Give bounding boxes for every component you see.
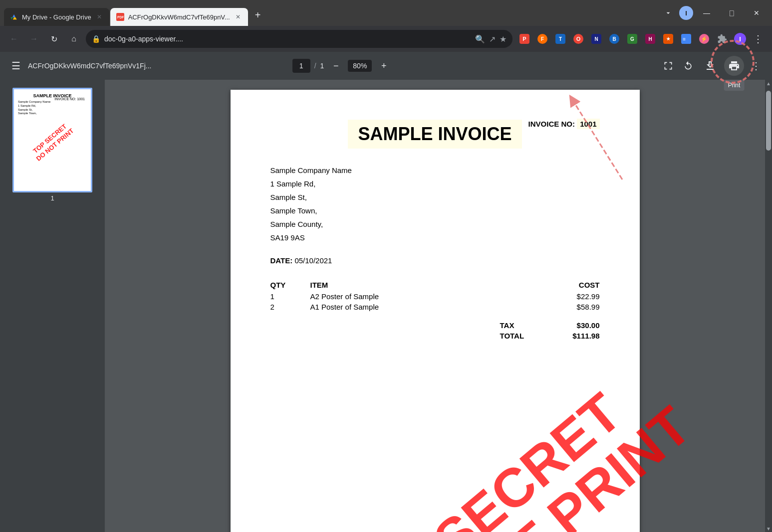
- tab-pdf[interactable]: PDF ACFrOgDKkvW6mdC7vfTe69pnV... ✕: [110, 8, 248, 26]
- home-button[interactable]: ⌂: [66, 31, 82, 47]
- pdf-print-button[interactable]: [724, 56, 744, 76]
- thumb-watermark: TOP SECRET DO NOT PRINT: [29, 121, 75, 163]
- invoice-row-1: 1 A2 Poster of Sample $22.99: [270, 291, 600, 302]
- address-line2: Sample St,: [270, 190, 600, 204]
- ext-icon-1[interactable]: P: [516, 31, 532, 47]
- ext-icon-4[interactable]: O: [570, 31, 586, 47]
- thumb-address: Sample Company Name 1 Sample Rd, Sample …: [18, 100, 87, 116]
- tab-my-drive[interactable]: My Drive - Google Drive ✕: [4, 8, 109, 26]
- tab-pdf-title: ACFrOgDKkvW6mdC7vfTe69pnV...: [128, 13, 230, 21]
- col-item-header: ITEM: [310, 281, 540, 289]
- profile-avatar[interactable]: I: [732, 31, 748, 47]
- scroll-thumb[interactable]: [766, 91, 771, 151]
- thumbnail-panel: SAMPLE INVOICE INVOICE NO: 1001 Sample C…: [0, 80, 105, 532]
- ext-icon-2[interactable]: F: [534, 31, 550, 47]
- invoice-no-label: INVOICE NO:: [528, 120, 575, 128]
- svg-text:≡: ≡: [683, 36, 686, 42]
- pdf-more-button[interactable]: ⋮: [748, 58, 764, 74]
- maximize-button[interactable]: ⎕: [720, 5, 743, 21]
- totals-block: TAX $30.00 TOTAL $111.98: [500, 320, 600, 341]
- lock-icon: 🔒: [92, 35, 100, 43]
- total-value: $111.98: [572, 332, 599, 340]
- share-icon: ↗: [489, 34, 496, 44]
- col-qty-header: QTY: [270, 281, 310, 289]
- pdf-fit-button[interactable]: [660, 58, 676, 74]
- company-name: Sample Company Name: [270, 164, 600, 177]
- date-label: DATE:: [270, 256, 293, 265]
- row2-item: A1 Poster of Sample: [310, 303, 540, 311]
- pdf-page-input[interactable]: [292, 59, 310, 73]
- extension-icons: P F T O N: [516, 31, 766, 47]
- thumbnail-page-1[interactable]: SAMPLE INVOICE INVOICE NO: 1001 Sample C…: [12, 88, 92, 202]
- title-bar-controls: I — ⎕ ✕: [661, 5, 768, 21]
- new-tab-button[interactable]: +: [251, 8, 265, 22]
- tab-bar: My Drive - Google Drive ✕ PDF ACFrOgDKkv…: [4, 0, 661, 26]
- pdf-toolbar: ☰ ACFrOgDKkvW6mdC7vfTe69pnVv1Fj... / 1 −…: [0, 52, 772, 80]
- tab-my-drive-title: My Drive - Google Drive: [22, 13, 91, 21]
- browser-frame: My Drive - Google Drive ✕ PDF ACFrOgDKkv…: [0, 0, 772, 532]
- pdf-favicon-icon: PDF: [116, 13, 124, 21]
- row2-qty: 2: [270, 303, 310, 311]
- thumbnail-content: SAMPLE INVOICE INVOICE NO: 1001 Sample C…: [18, 93, 87, 187]
- invoice-title: SAMPLE INVOICE: [348, 120, 521, 149]
- pdf-menu-button[interactable]: ☰: [8, 58, 24, 74]
- extensions-puzzle-icon[interactable]: [714, 31, 730, 47]
- pdf-rotate-button[interactable]: [680, 58, 696, 74]
- address-line1: 1 Sample Rd,: [270, 177, 600, 190]
- ext-icon-3[interactable]: T: [552, 31, 568, 47]
- address-line5: SA19 9AS: [270, 231, 600, 244]
- invoice-address: Sample Company Name 1 Sample Rd, Sample …: [270, 164, 600, 244]
- minimize-button[interactable]: —: [695, 5, 718, 21]
- nav-bar: ← → ↻ ⌂ 🔒 doc-0g-a0-apps-viewer.... 🔍 ↗ …: [0, 26, 772, 52]
- thumbnail-page-number: 1: [50, 194, 54, 202]
- tax-row: TAX $30.00: [500, 320, 600, 331]
- reload-button[interactable]: ↻: [46, 31, 62, 47]
- tab-pdf-close[interactable]: ✕: [234, 13, 242, 21]
- date-value: 05/10/2021: [294, 256, 332, 265]
- back-button[interactable]: ←: [6, 31, 22, 47]
- right-scrollbar[interactable]: ▲ ▼: [765, 80, 772, 532]
- pdf-zoom-in-button[interactable]: +: [376, 58, 392, 74]
- address-line3: Sample Town,: [270, 204, 600, 217]
- main-content: SAMPLE INVOICE INVOICE NO: 1001 Sample C…: [0, 80, 772, 532]
- chrome-more-icon[interactable]: ⋮: [750, 31, 766, 47]
- pdf-title: ACFrOgDKkvW6mdC7vfTe69pnVv1Fj...: [28, 62, 288, 70]
- pdf-print-area: Print: [724, 56, 744, 76]
- pdf-page-control: / 1: [292, 59, 324, 73]
- row1-qty: 1: [270, 292, 310, 301]
- profile-button[interactable]: I: [679, 6, 693, 20]
- invoice-totals: TAX $30.00 TOTAL $111.98: [270, 320, 600, 341]
- ext-icon-5[interactable]: N: [588, 31, 604, 47]
- scroll-up-arrow[interactable]: ▲: [765, 80, 772, 87]
- address-line4: Sample County,: [270, 217, 600, 231]
- tax-label: TAX: [500, 321, 515, 330]
- ext-icon-7[interactable]: G: [624, 31, 640, 47]
- thumbnail-image: SAMPLE INVOICE INVOICE NO: 1001 Sample C…: [12, 88, 92, 192]
- invoice-table-header: QTY ITEM COST: [270, 281, 600, 291]
- ext-icon-8[interactable]: H: [642, 31, 658, 47]
- invoice-no-value: 1001: [577, 119, 599, 129]
- close-button[interactable]: ✕: [745, 5, 768, 21]
- page-watermark: TOP SECRETDO NOT PRINT: [328, 355, 700, 532]
- address-bar[interactable]: 🔒 doc-0g-a0-apps-viewer.... 🔍 ↗ ★: [86, 30, 513, 48]
- ext-icon-10[interactable]: ≡: [678, 31, 694, 47]
- address-text: doc-0g-a0-apps-viewer....: [104, 35, 471, 43]
- pdf-zoom-out-button[interactable]: −: [328, 58, 344, 74]
- scroll-down-arrow[interactable]: ▼: [765, 525, 772, 532]
- forward-button[interactable]: →: [26, 31, 42, 47]
- print-tooltip: Print: [724, 80, 745, 91]
- tax-value: $30.00: [577, 321, 600, 330]
- expand-tabs-button[interactable]: [661, 6, 675, 20]
- pdf-download-button[interactable]: [700, 56, 720, 76]
- tab-my-drive-close[interactable]: ✕: [95, 13, 103, 21]
- ext-icon-6[interactable]: B: [606, 31, 622, 47]
- row2-cost: $58.99: [540, 303, 600, 311]
- ext-icon-9[interactable]: ★: [660, 31, 676, 47]
- pdf-view[interactable]: INVOICE NO: 1001 SAMPLE INVOICE Sample C…: [105, 80, 765, 532]
- pdf-total-pages: 1: [320, 62, 324, 70]
- ext-icon-11[interactable]: ⚡: [696, 31, 712, 47]
- svg-text:PDF: PDF: [117, 15, 124, 19]
- invoice-no-block: INVOICE NO: 1001: [528, 120, 600, 128]
- total-label: TOTAL: [500, 332, 524, 340]
- pdf-zoom-display[interactable]: 80%: [348, 60, 372, 72]
